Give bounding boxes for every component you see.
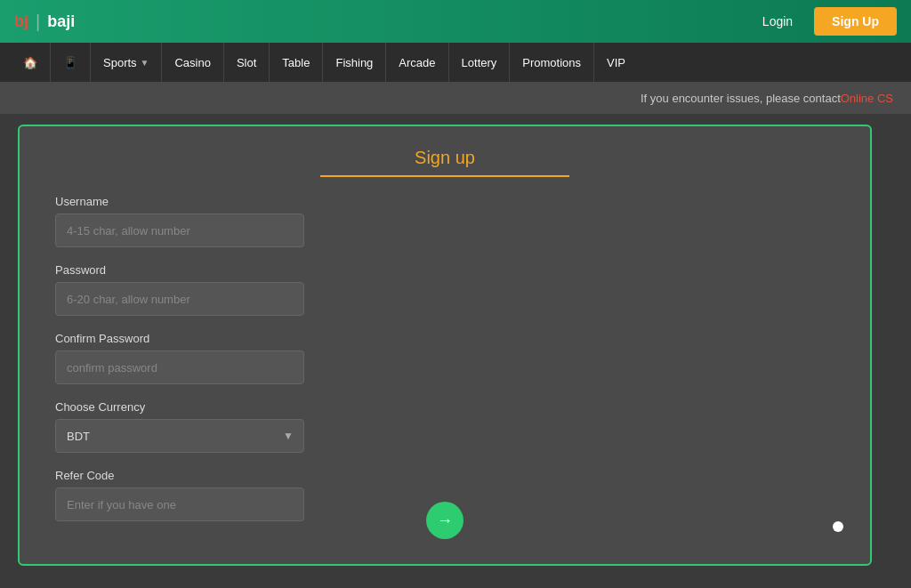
notice-contact-link[interactable]: Online CS [841, 92, 893, 105]
nav-item-arcade[interactable]: Arcade [386, 43, 448, 82]
chevron-down-icon: ▼ [141, 58, 149, 68]
submit-button[interactable]: → [426, 502, 464, 539]
signup-form-container: Sign up Username Password Confirm Passwo… [18, 125, 872, 566]
confirm-password-label: Confirm Password [55, 332, 304, 345]
nav-item-promotions[interactable]: Promotions [510, 43, 594, 82]
form-title: Sign up [320, 148, 569, 177]
header: bj | baji Login Sign Up [0, 0, 911, 43]
main-content: Sign up Username Password Confirm Passwo… [0, 114, 911, 576]
header-actions: Login Sign Up [752, 7, 897, 36]
sports-label: Sports [103, 56, 137, 69]
password-label: Password [55, 263, 304, 277]
nav-item-slot[interactable]: Slot [224, 43, 270, 82]
dot-indicator [833, 521, 843, 532]
username-label: Username [55, 195, 304, 208]
currency-label: Choose Currency [55, 400, 304, 414]
nav-item-home[interactable]: 🏠 [11, 43, 51, 82]
nav-item-fishing[interactable]: Fishing [323, 43, 386, 82]
username-input[interactable] [55, 213, 304, 247]
currency-select[interactable]: BDT USD EUR [55, 419, 304, 453]
nav-item-mobile[interactable]: 📱 [51, 43, 91, 82]
confirm-password-field-group: Confirm Password [55, 332, 304, 384]
form-fields: Username Password Confirm Password Choos… [55, 195, 304, 521]
vip-label: VIP [607, 56, 625, 69]
slot-label: Slot [237, 56, 256, 69]
refer-code-label: Refer Code [55, 469, 304, 482]
notice-bar: If you encounter issues, please contact … [0, 82, 911, 114]
password-field-group: Password [55, 263, 304, 316]
confirm-password-input[interactable] [55, 350, 304, 384]
table-label: Table [282, 56, 310, 69]
login-button[interactable]: Login [752, 9, 803, 34]
lottery-label: Lottery [462, 56, 497, 69]
arrow-right-icon: → [437, 511, 453, 530]
nav-item-sports[interactable]: Sports ▼ [91, 43, 162, 82]
logo-baji: baji [47, 12, 75, 31]
refer-code-field-group: Refer Code [55, 469, 304, 521]
fishing-label: Fishing [335, 56, 373, 69]
home-icon: 🏠 [23, 56, 37, 69]
navigation: 🏠 📱 Sports ▼ Casino Slot Table Fishing A… [0, 43, 911, 82]
nav-item-table[interactable]: Table [270, 43, 323, 82]
refer-code-input[interactable] [55, 487, 304, 521]
logo-bj: bj [14, 12, 28, 31]
casino-label: Casino [174, 56, 210, 69]
logo-divider: | [36, 12, 40, 32]
logo: bj | baji [14, 12, 75, 32]
mobile-icon: 📱 [63, 56, 77, 69]
promotions-label: Promotions [522, 56, 581, 69]
currency-select-wrapper: BDT USD EUR ▼ [55, 419, 304, 453]
nav-item-casino[interactable]: Casino [162, 43, 223, 82]
nav-item-vip[interactable]: VIP [594, 43, 638, 82]
currency-field-group: Choose Currency BDT USD EUR ▼ [55, 400, 304, 453]
username-field-group: Username [55, 195, 304, 247]
arcade-label: Arcade [399, 56, 435, 69]
nav-item-lottery[interactable]: Lottery [449, 43, 511, 82]
notice-text: If you encounter issues, please contact [641, 92, 841, 105]
password-input[interactable] [55, 282, 304, 316]
signup-button[interactable]: Sign Up [814, 7, 897, 36]
